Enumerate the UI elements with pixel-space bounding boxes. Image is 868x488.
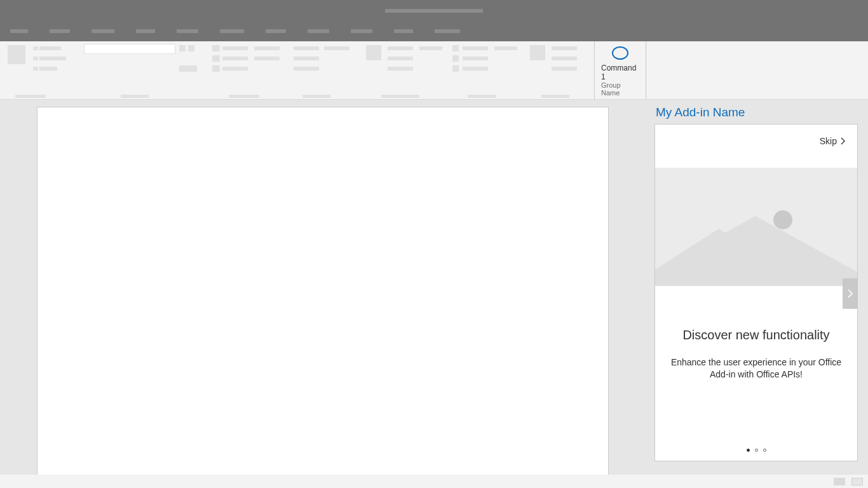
- hero-image: [655, 168, 857, 286]
- ribbon-stub: [419, 46, 442, 50]
- ribbon-stub: [39, 46, 61, 50]
- ribbon-group-label-stub: [541, 95, 569, 98]
- ribbon-stub: [33, 57, 38, 60]
- ribbon-tab-placeholder[interactable]: [92, 29, 114, 33]
- ribbon-stub: [452, 55, 459, 62]
- card-description: Enhance the user experience in your Offi…: [670, 356, 842, 381]
- ribbon-stub: [552, 67, 577, 71]
- ribbon: Command 1 Group Name: [0, 41, 868, 100]
- ribbon-stub: [552, 46, 577, 50]
- ribbon-stub: [39, 67, 57, 71]
- ribbon-stub: [254, 57, 280, 60]
- ribbon-stub: [294, 46, 319, 50]
- ribbon-stub: [294, 57, 319, 60]
- ribbon-tab-placeholder[interactable]: [435, 29, 460, 33]
- ribbon-group-label-stub: [381, 95, 419, 98]
- ribbon-group-label-stub: [468, 95, 496, 98]
- taskpane-title: My Add-in Name: [654, 100, 868, 124]
- ribbon-tab-placeholder[interactable]: [308, 29, 329, 33]
- ribbon-group-addin: Command 1 Group Name: [594, 41, 646, 99]
- ribbon-stub: [39, 57, 66, 60]
- pagination-dot[interactable]: [755, 449, 758, 452]
- command1-icon[interactable]: [612, 46, 628, 60]
- ribbon-group-label-stub: [121, 95, 149, 98]
- ribbon-body: Command 1 Group Name: [0, 41, 868, 99]
- card-heading: Discover new functionality: [670, 328, 842, 342]
- pagination-dot[interactable]: [747, 449, 750, 452]
- ribbon-stub: [8, 45, 25, 64]
- pagination-dot[interactable]: [763, 449, 766, 452]
- ribbon-group-label-stub: [229, 95, 259, 98]
- ribbon-stub: [324, 46, 349, 50]
- ribbon-stub: [212, 55, 220, 62]
- ribbon-stub: [294, 67, 319, 71]
- taskpane-card: Skip Discover new functionality Enhance …: [654, 124, 858, 461]
- ribbon-stub: [33, 67, 38, 71]
- titlebar: [0, 0, 868, 21]
- ribbon-tab-placeholder[interactable]: [136, 29, 155, 33]
- ribbon-stub: [179, 45, 186, 51]
- ribbon-stub: [388, 46, 413, 50]
- skip-button[interactable]: Skip: [820, 136, 846, 146]
- sun-shape: [773, 210, 792, 229]
- ribbon-tab-placeholder[interactable]: [266, 29, 286, 33]
- status-bar: [0, 475, 868, 488]
- ribbon-stub: [452, 45, 459, 51]
- ribbon-tab-placeholder[interactable]: [10, 29, 28, 33]
- ribbon-stub: [212, 65, 220, 72]
- taskpane: My Add-in Name Skip Discover new functio…: [646, 100, 868, 475]
- ribbon-stub: [494, 46, 517, 50]
- chevron-right-icon: [841, 137, 846, 145]
- card-content: Discover new functionality Enhance the u…: [655, 286, 857, 381]
- ribbon-stub: [222, 57, 248, 60]
- ribbon-group-name: Group Name: [601, 81, 639, 97]
- ribbon-stub: [388, 67, 413, 71]
- ribbon-stub: [188, 45, 194, 51]
- ribbon-tab-placeholder[interactable]: [394, 29, 413, 33]
- ribbon-stub: [212, 45, 220, 51]
- ribbon-stub: [388, 57, 413, 60]
- ribbon-stub: [530, 45, 545, 60]
- ribbon-stub: [179, 65, 197, 72]
- ribbon-stub: [463, 67, 488, 71]
- ribbon-tab-placeholder[interactable]: [177, 29, 198, 33]
- pagination-dots: [655, 449, 857, 452]
- ribbon-group-label-stub: [15, 95, 46, 98]
- ribbon-stub: [366, 45, 381, 60]
- command1-label[interactable]: Command 1: [601, 64, 639, 81]
- ribbon-stub: [452, 65, 459, 72]
- mountain-shape: [655, 216, 857, 286]
- statusbar-stub: [834, 478, 845, 485]
- ribbon-fontname-stub[interactable]: [84, 44, 175, 54]
- ribbon-group-label-stub: [302, 95, 330, 98]
- ribbon-stub: [463, 57, 488, 60]
- ribbon-stub: [463, 46, 488, 50]
- ribbon-tab-strip: [0, 21, 868, 41]
- ribbon-stub: [552, 57, 577, 60]
- ribbon-stub: [33, 46, 38, 50]
- titlebar-placeholder: [385, 9, 483, 13]
- ribbon-tab-placeholder[interactable]: [220, 29, 244, 33]
- skip-label: Skip: [820, 136, 837, 146]
- ribbon-tab-placeholder[interactable]: [50, 29, 70, 33]
- ribbon-tab-placeholder[interactable]: [351, 29, 372, 33]
- ribbon-stub: [222, 67, 248, 71]
- statusbar-stub: [851, 478, 863, 485]
- ribbon-stub: [222, 46, 248, 50]
- ribbon-stub: [254, 46, 280, 50]
- document-page[interactable]: [37, 107, 609, 475]
